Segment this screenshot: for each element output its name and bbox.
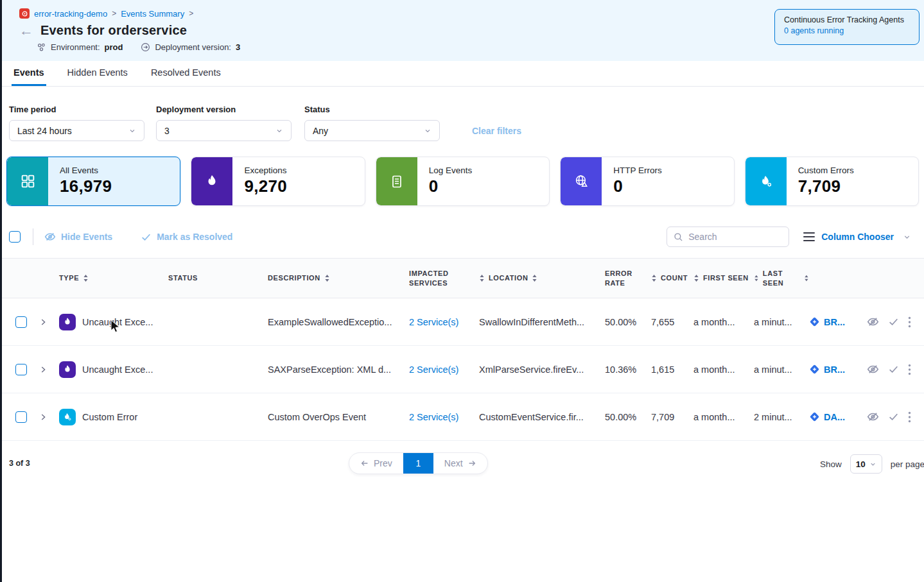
breadcrumb-separator: > xyxy=(189,9,193,18)
card-value: 16,979 xyxy=(60,176,112,196)
table-row[interactable]: Uncaught Exce... SAXParseException: XML … xyxy=(0,346,924,393)
column-header-first-seen[interactable]: FIRST SEEN xyxy=(693,273,754,283)
page-size-select[interactable]: 10 xyxy=(850,454,882,474)
sort-icon[interactable] xyxy=(324,274,330,282)
column-header-impacted-services[interactable]: IMPACTED SERVICES xyxy=(403,269,479,288)
deployment-version-select[interactable]: 3 xyxy=(156,120,292,141)
row-menu-icon[interactable] xyxy=(908,364,911,375)
sort-icon[interactable] xyxy=(804,274,809,282)
column-header-description[interactable]: DESCRIPTION xyxy=(263,273,403,283)
card-label: Exceptions xyxy=(244,166,287,175)
row-count-summary: 3 of 3 xyxy=(9,459,30,468)
back-arrow-icon[interactable]: ← xyxy=(19,24,33,38)
select-all-checkbox[interactable] xyxy=(9,231,21,243)
column-header-location[interactable]: LOCATION xyxy=(479,273,605,283)
next-page-button[interactable]: Next xyxy=(433,453,487,474)
table-row[interactable]: Uncaught Exce... ExampleSwallowedExcepti… xyxy=(0,298,924,346)
column-header-error-rate[interactable]: ERROR RATE xyxy=(605,269,651,288)
breadcrumb-section[interactable]: Events Summary xyxy=(121,9,184,19)
row-menu-icon[interactable] xyxy=(908,411,911,423)
event-error-rate: 50.00% xyxy=(605,412,651,422)
ticket-link[interactable]: DA... xyxy=(809,411,859,422)
impacted-services-link[interactable]: 2 Service(s) xyxy=(409,317,458,327)
arrow-left-icon xyxy=(360,459,369,468)
card-http-errors[interactable]: HTTP Errors 0 xyxy=(560,157,734,206)
sort-icon[interactable] xyxy=(693,274,699,282)
mark-resolved-button[interactable]: Mark as Resolved xyxy=(141,232,232,243)
sort-icon[interactable] xyxy=(754,274,759,282)
column-header-type[interactable]: TYPE xyxy=(59,273,167,283)
time-period-select[interactable]: Last 24 hours xyxy=(9,120,144,141)
page-title: Events for orderservice xyxy=(40,23,187,38)
row-expand-chevron[interactable] xyxy=(39,413,59,422)
filter-deployment-version: Deployment version 3 xyxy=(156,105,292,141)
sort-icon[interactable] xyxy=(651,274,657,282)
card-exceptions[interactable]: Exceptions 9,270 xyxy=(191,157,365,206)
card-all-events[interactable]: All Events 16,979 xyxy=(6,157,180,206)
tab-events[interactable]: Events xyxy=(12,61,46,86)
impacted-services-link[interactable]: 2 Service(s) xyxy=(409,364,458,375)
eye-slash-icon xyxy=(44,231,56,243)
sort-icon[interactable] xyxy=(83,274,89,282)
chevron-down-icon[interactable] xyxy=(903,233,911,241)
column-header-status[interactable]: STATUS xyxy=(167,273,263,283)
column-header-last-seen[interactable]: LAST SEEN xyxy=(754,269,809,288)
sort-icon[interactable] xyxy=(479,274,485,282)
card-label: HTTP Errors xyxy=(613,166,662,175)
hide-event-icon[interactable] xyxy=(867,411,879,423)
card-value: 0 xyxy=(429,176,473,196)
prev-page-button[interactable]: Prev xyxy=(349,453,403,474)
ticket-diamond-icon xyxy=(809,364,820,375)
filter-label: Time period xyxy=(9,105,144,114)
row-checkbox[interactable] xyxy=(15,364,27,375)
page-1-button[interactable]: 1 xyxy=(403,453,433,474)
page-size-control: Show 10 per page xyxy=(820,454,924,474)
row-menu-icon[interactable] xyxy=(908,316,911,328)
card-custom-errors[interactable]: Custom Errors 7,709 xyxy=(745,157,919,206)
hide-event-icon[interactable] xyxy=(867,363,879,375)
event-description: ExampleSwallowedExceptio... xyxy=(263,317,403,327)
clear-filters-button[interactable]: Clear filters xyxy=(472,126,521,136)
event-count: 7,709 xyxy=(651,412,693,422)
search-input[interactable] xyxy=(688,232,772,242)
breadcrumb-separator: > xyxy=(112,9,116,18)
row-checkbox[interactable] xyxy=(15,316,27,328)
column-chooser-button[interactable]: Column Chooser xyxy=(821,232,894,242)
select-value: Any xyxy=(313,126,328,136)
agents-running-link[interactable]: 0 agents running xyxy=(784,26,910,35)
table-row[interactable]: Custom Error Custom OverOps Event 2 Serv… xyxy=(0,393,924,441)
table-toolbar: Hide Events Mark as Resolved Column Choo… xyxy=(0,225,924,248)
filter-label: Deployment version xyxy=(156,105,292,114)
impacted-services-link[interactable]: 2 Service(s) xyxy=(409,412,458,422)
event-first-seen: a month... xyxy=(693,364,754,375)
deployment-label: Deployment version: xyxy=(155,42,231,52)
row-expand-chevron[interactable] xyxy=(39,365,59,374)
ticket-link[interactable]: BR... xyxy=(809,364,859,375)
deployment-icon xyxy=(141,42,150,52)
mark-resolved-label: Mark as Resolved xyxy=(157,232,232,242)
chevron-down-icon xyxy=(869,461,876,468)
ticket-link[interactable]: BR... xyxy=(809,316,859,327)
column-header-count[interactable]: COUNT xyxy=(651,273,693,283)
pager: Prev 1 Next xyxy=(349,452,488,474)
column-chooser-icon[interactable] xyxy=(803,232,815,242)
resolve-event-icon[interactable] xyxy=(888,316,899,327)
card-log-events[interactable]: Log Events 0 xyxy=(376,157,550,206)
resolve-event-icon[interactable] xyxy=(888,364,899,375)
row-expand-chevron[interactable] xyxy=(39,318,59,327)
select-value: 3 xyxy=(164,126,170,136)
environment-label: Environment: xyxy=(51,42,100,52)
breadcrumb-project[interactable]: error-tracking-demo xyxy=(34,9,107,19)
event-description: SAXParseException: XML d... xyxy=(263,364,403,375)
status-select[interactable]: Any xyxy=(304,120,440,141)
agents-status-card: Continuous Error Tracking Agents 0 agent… xyxy=(774,9,920,45)
sort-icon[interactable] xyxy=(532,274,537,282)
tab-resolved-events[interactable]: Resolved Events xyxy=(149,61,223,86)
ticket-diamond-icon xyxy=(809,316,820,327)
resolve-event-icon[interactable] xyxy=(888,411,899,422)
pagination-bar: 3 of 3 Prev 1 Next Show 10 per page xyxy=(0,452,924,475)
hide-event-icon[interactable] xyxy=(867,316,879,328)
hide-events-button[interactable]: Hide Events xyxy=(44,231,112,243)
row-checkbox[interactable] xyxy=(15,411,27,423)
tab-hidden-events[interactable]: Hidden Events xyxy=(65,61,130,86)
